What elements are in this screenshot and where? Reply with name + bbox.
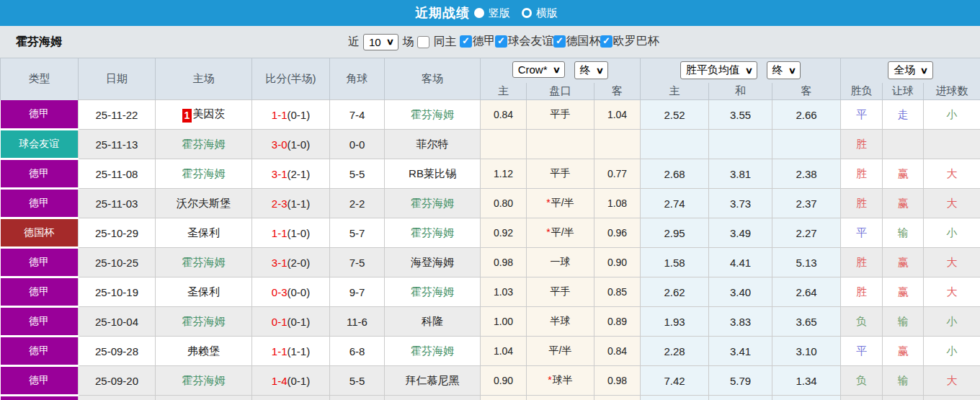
line-text: 平/半: [549, 345, 572, 356]
titlebar: 近期战绩 竖版 横版: [0, 0, 980, 26]
league-checkbox[interactable]: [495, 35, 507, 48]
cell-home-team: 霍芬海姆: [156, 248, 252, 277]
cell-handicap-result: 赢: [883, 248, 924, 277]
header-euro-draw: 和: [709, 83, 772, 100]
cell-match-type: 德甲: [1, 337, 79, 366]
league-filter-球会友谊[interactable]: 球会友谊: [495, 34, 553, 49]
recent-count-select[interactable]: 10 ∨: [363, 34, 398, 50]
cell-handicap-away-odds: 0.96: [594, 218, 641, 248]
league-label: 德国杯: [566, 34, 600, 49]
partial-cell: [772, 396, 841, 400]
line-text: 平手: [551, 285, 571, 297]
cell-score: 1-1(1-0): [252, 218, 330, 248]
team-name-text: 拜仁慕尼黑: [406, 374, 460, 386]
cell-euro-draw-odds: 4.41: [709, 248, 772, 277]
cell-home-team: 弗赖堡: [156, 337, 252, 366]
halftime-score: (2-0): [288, 257, 311, 269]
fulltime-score: 0-3: [272, 286, 288, 298]
cell-euro-away-odds: 2.66: [772, 100, 841, 130]
chevron-down-icon: ∨: [595, 66, 603, 76]
cell-handicap-home-odds: 0.98: [481, 248, 527, 277]
cell-result: 平: [841, 100, 883, 130]
halftime-score: (1-0): [288, 138, 311, 151]
cell-goals-result: 小: [924, 100, 980, 130]
cell-goals-result: 小: [924, 307, 980, 337]
cell-result: 负: [841, 366, 883, 396]
cell-handicap-home-odds: 1.03: [481, 277, 527, 307]
partial-cell: [883, 396, 924, 400]
cell-handicap-home-odds: 1.12: [481, 159, 527, 189]
scope-select[interactable]: 全场 ∨: [888, 61, 933, 79]
cell-handicap-line: *平/半: [527, 218, 594, 248]
league-filter-德甲[interactable]: 德甲: [460, 34, 495, 49]
cell-corners: 6-8: [330, 337, 385, 366]
handicap-dropdown-cell: Crow* ∨ 终 ∨: [481, 58, 641, 83]
cell-score: 1-1(1-1): [252, 337, 330, 366]
cell-home-team: 圣保利: [156, 218, 252, 248]
team-name-text: 霍芬海姆: [411, 108, 454, 120]
cell-goals-result: 大: [924, 159, 980, 189]
partial-cell: [481, 396, 527, 400]
euro-time-select[interactable]: 终 ∨: [767, 61, 801, 79]
horizontal-layout-label[interactable]: 横版: [536, 6, 558, 20]
cell-score: 1-1(0-1): [252, 100, 330, 130]
cell-date: 25-10-19: [79, 277, 156, 307]
cell-score: 3-1(2-1): [252, 159, 330, 189]
league-checkbox[interactable]: [553, 35, 566, 48]
partial-cell: [385, 396, 481, 400]
cell-corners: 0-0: [330, 130, 385, 159]
cell-score: 3-0(1-0): [252, 130, 330, 159]
cell-euro-away-odds: 2.27: [772, 218, 841, 248]
cell-goals-result: [924, 130, 980, 159]
line-text: 平手: [551, 167, 571, 179]
cell-euro-draw-odds: 3.40: [709, 277, 772, 307]
cell-away-team: 海登海姆: [385, 248, 481, 277]
cell-corners: 7-4: [330, 100, 385, 130]
cell-euro-home-odds: 2.52: [641, 100, 709, 130]
horizontal-layout-radio[interactable]: [522, 8, 532, 18]
handicap-time-select[interactable]: 终 ∨: [574, 61, 609, 79]
cell-euro-away-odds: 3.65: [772, 307, 841, 337]
cell-euro-home-odds: 7.42: [641, 366, 709, 396]
partial-cell: [330, 396, 385, 400]
team-name-text: 菲尔特: [416, 138, 449, 150]
cell-euro-draw-odds: 3.55: [709, 100, 772, 130]
fulltime-score: 2-3: [272, 197, 288, 210]
cell-goals-result: 大: [924, 248, 980, 277]
euro-source-select[interactable]: 胜平负均值 ∨: [680, 61, 758, 79]
table-row: 德甲25-11-221美因茨1-1(0-1)7-4霍芬海姆0.84平手1.042…: [1, 100, 980, 130]
cell-handicap-home-odds: 0.92: [481, 218, 527, 248]
chevron-down-icon: ∨: [552, 65, 560, 75]
partial-cell: [641, 396, 709, 400]
recent-label: 近: [348, 35, 360, 50]
halftime-score: (0-1): [288, 375, 311, 387]
league-filter-欧罗巴杯[interactable]: 欧罗巴杯: [600, 34, 659, 49]
halftime-score: (0-1): [288, 109, 311, 121]
cell-euro-away-odds: 3.10: [772, 337, 841, 366]
partial-cell: [924, 396, 980, 400]
league-checkbox[interactable]: [600, 35, 612, 48]
cell-handicap-line: [527, 130, 594, 159]
vertical-layout-radio[interactable]: [474, 8, 484, 18]
cell-score: 1-4(0-1): [252, 366, 330, 396]
handicap-company-select[interactable]: Crow* ∨: [512, 61, 566, 78]
header-handicap-away: 客: [594, 83, 641, 100]
cell-euro-home-odds: [641, 130, 709, 159]
partial-cell: [841, 396, 883, 400]
team-name-text: 圣保利: [187, 226, 220, 239]
cell-away-team: 霍芬海姆: [385, 218, 481, 248]
cell-match-type: 德甲: [1, 277, 79, 307]
cell-date: 25-10-29: [79, 218, 156, 248]
same-home-checkbox[interactable]: [417, 36, 429, 48]
table-row: 德甲25-10-25霍芬海姆3-1(2-0)7-5海登海姆0.98一球0.901…: [1, 248, 980, 277]
cell-match-type: 德甲: [1, 100, 79, 130]
cell-euro-home-odds: 2.95: [641, 218, 709, 248]
vertical-layout-label[interactable]: 竖版: [489, 6, 510, 20]
league-filter-德国杯[interactable]: 德国杯: [553, 34, 600, 49]
cell-handicap-home-odds: 1.00: [481, 307, 527, 337]
league-checkbox[interactable]: [460, 35, 472, 48]
recent-results-panel: 近期战绩 竖版 横版 霍芬海姆 近 10 ∨ 场 同主 德甲球会友谊德国杯欧罗巴…: [0, 0, 980, 400]
cell-away-team: 霍芬海姆: [385, 189, 481, 218]
cell-handicap-result: 输: [883, 218, 924, 248]
cell-handicap-result: 赢: [883, 159, 924, 189]
